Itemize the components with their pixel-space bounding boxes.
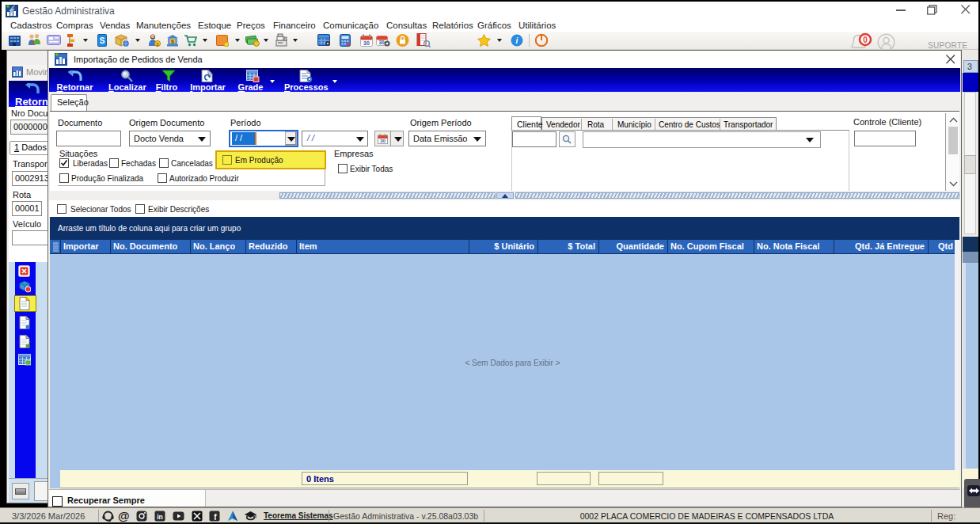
svg-text:30: 30 (380, 139, 386, 143)
svg-text:$: $ (171, 39, 174, 45)
svg-text:in: in (157, 513, 163, 521)
svg-text:S: S (100, 36, 105, 45)
svg-text:30: 30 (363, 40, 370, 46)
svg-text:i: i (516, 36, 518, 45)
svg-text:0: 0 (863, 36, 868, 44)
svg-text:30: 30 (378, 40, 385, 45)
